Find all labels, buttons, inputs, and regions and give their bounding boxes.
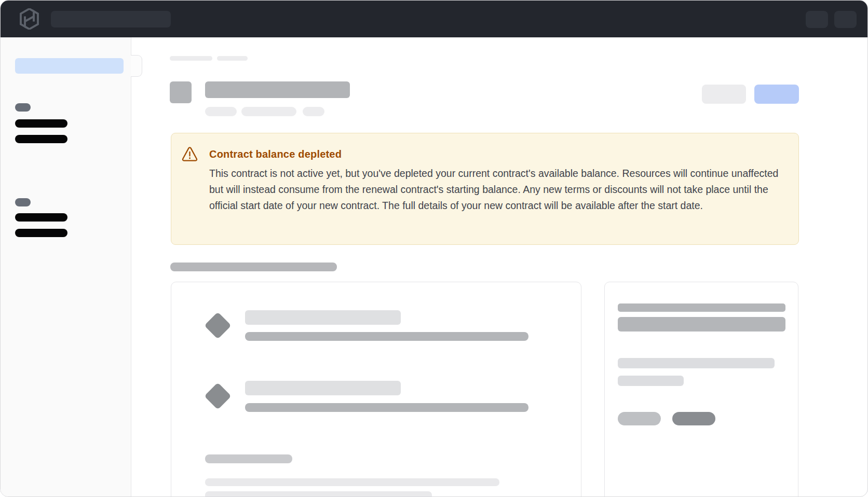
panel-primary-pill-button[interactable]	[672, 412, 715, 425]
warning-triangle-icon	[182, 147, 198, 162]
side-panel-card	[604, 282, 798, 497]
card-footer-label-placeholder	[205, 454, 292, 463]
sidebar-section-label	[15, 198, 31, 206]
top-navbar	[1, 1, 867, 37]
panel-title-placeholder	[618, 303, 785, 312]
sidebar-collapse-handle[interactable]	[131, 55, 142, 77]
list-item-subtitle-placeholder	[245, 403, 528, 412]
global-search-input[interactable]	[51, 11, 171, 27]
card-footer-line-placeholder	[205, 491, 432, 497]
hashicorp-logo-icon[interactable]	[20, 8, 39, 30]
list-item-title-placeholder	[245, 310, 401, 325]
breadcrumb-item[interactable]	[217, 56, 248, 61]
sidebar-item[interactable]	[15, 119, 67, 128]
panel-text-placeholder	[618, 376, 684, 386]
sidebar-item[interactable]	[15, 213, 67, 222]
panel-secondary-pill-button[interactable]	[618, 412, 661, 425]
app-window: Contract balance depleted This contract …	[0, 0, 868, 497]
section-title-placeholder	[170, 263, 337, 271]
list-item-title-placeholder	[245, 381, 401, 395]
page-meta-badge	[241, 107, 296, 116]
page-meta-badge	[205, 107, 237, 116]
sidebar-item[interactable]	[15, 229, 67, 237]
sidebar-item[interactable]	[15, 135, 67, 143]
secondary-action-button[interactable]	[702, 85, 746, 104]
alert-body: This contract is not active yet, but you…	[209, 165, 780, 214]
alert-title: Contract balance depleted	[209, 148, 573, 160]
breadcrumb-item[interactable]	[170, 56, 212, 61]
list-item-subtitle-placeholder	[245, 332, 528, 341]
page-title-placeholder	[205, 81, 350, 98]
nav-help-button[interactable]	[806, 11, 828, 28]
panel-title-placeholder	[618, 317, 785, 332]
sidebar-section-label	[15, 103, 31, 112]
page-meta-badge	[303, 107, 324, 116]
primary-action-button[interactable]	[754, 85, 799, 104]
page-avatar	[170, 81, 192, 103]
nav-user-button[interactable]	[834, 11, 857, 28]
panel-text-placeholder	[618, 358, 775, 368]
card-footer-line-placeholder	[205, 478, 499, 486]
sidebar-active-item[interactable]	[15, 58, 124, 74]
